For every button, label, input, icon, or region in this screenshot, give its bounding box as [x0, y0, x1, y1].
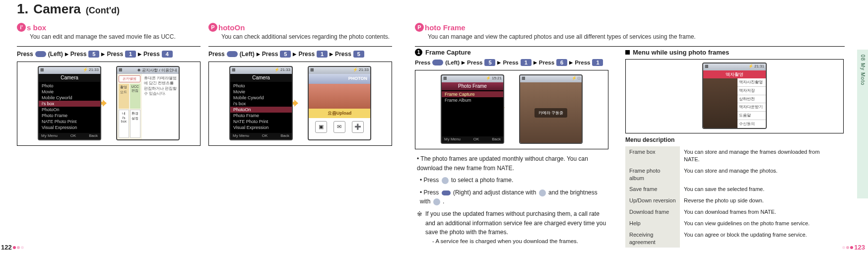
tile-button[interactable]: 내 i's box [119, 110, 129, 138]
note-text: . [443, 198, 444, 205]
list-item[interactable]: Movie [39, 89, 100, 95]
arrow-icon: ▶ [534, 60, 537, 65]
phone-screen-camera-preview: ▩ ⚡ □ 카메라 구동중 [519, 74, 583, 144]
list-item[interactable]: Visual Expression [230, 125, 292, 130]
note-text: A service fee is charged when you downlo… [435, 238, 578, 244]
subsection-frame-capture: 1 Frame Capture Press (Left) ▶ Press 5 ▶… [415, 49, 608, 252]
phone-screen-frame-menu: ▩ ⚡ 21:31 액자촬영 액자사진촬영 액자저장 상하반전 액자다운받기 도… [702, 63, 767, 129]
softkey-right[interactable]: Back [89, 133, 98, 139]
softkey-left[interactable]: My Menu [444, 137, 461, 142]
photon-action-button[interactable]: ▣ [315, 121, 327, 133]
list-item[interactable]: Frame Album [442, 97, 503, 103]
frame-menu-title: Menu while using photo frames [633, 49, 729, 56]
press-word: Press [143, 51, 160, 58]
phone-title: Camera [230, 74, 292, 82]
badge-letter-p: P [415, 23, 424, 32]
list-item[interactable]: Photo Frame [39, 113, 100, 119]
tile-button[interactable]: 촬영모드 [119, 84, 129, 109]
photon-action-button[interactable]: ➕ [352, 121, 364, 133]
list-item[interactable]: PhotoOn [39, 107, 100, 113]
press-word: Press [467, 60, 482, 65]
upload-button[interactable]: 요즘Upload [309, 109, 370, 118]
list-item[interactable]: 액자다운받기 [737, 103, 766, 112]
list-item[interactable]: i's box [230, 101, 292, 107]
list-item[interactable]: 액자사진촬영 [737, 78, 766, 87]
softkey-ok[interactable]: OK [473, 137, 479, 142]
menu-description-table: Frame boxYou can store and manage the fr… [625, 146, 839, 248]
phone-title: 액자촬영 [703, 70, 766, 78]
frame-menu-screenshot-frame: ▩ ⚡ 21:31 액자촬영 액자사진촬영 액자저장 상하반전 액자다운받기 도… [625, 59, 844, 133]
arrow-icon: ▶ [462, 60, 465, 65]
list-item[interactable]: Photo [230, 83, 292, 89]
photoon-screenshot-frame: ▩ ⚡ 21:33 Camera Photo Movie Mobile Cywo… [208, 62, 392, 146]
arrow-icon: ▶ [293, 52, 296, 57]
list-item[interactable]: Mobile Cyworld [39, 95, 100, 101]
list-item[interactable]: Visual Expression [39, 125, 100, 130]
status-right: ⚡ 21:33 [274, 67, 290, 73]
list-item-selected[interactable]: i's box [39, 101, 100, 107]
isbox-heading-text: s box [27, 23, 46, 32]
softkey-right[interactable]: Back [280, 133, 289, 139]
key-5: 5 [280, 51, 291, 58]
list-item[interactable]: Movie [230, 89, 292, 95]
nav-lr-icon [539, 190, 546, 196]
list-item[interactable]: Photo Frame [230, 113, 292, 119]
section-isbox: i' s box You can edit and manage the sav… [17, 23, 200, 146]
menudesc-key: Download frame [625, 206, 680, 218]
key-blank-icon [432, 60, 443, 65]
list-item[interactable]: 도움말 [737, 112, 766, 120]
arrow-icon: ▶ [330, 52, 333, 57]
list-item[interactable]: 상하반전 [737, 95, 766, 104]
page-number-text: 123 [854, 244, 865, 251]
list-item[interactable]: 수신동의 [737, 120, 766, 128]
table-row: Up/Down reversionReverse the photo up si… [625, 195, 839, 206]
subsection-frame-menu: Menu while using photo frames ▩ ⚡ 21:31 … [625, 49, 844, 248]
page-number-right: 123 [842, 244, 865, 251]
note-text: If you use the updated frames without pu… [425, 210, 606, 236]
menudesc-key: Save frame [625, 184, 680, 195]
list-item[interactable]: NATE Photo Print [39, 119, 100, 125]
press-word: Press [70, 51, 87, 58]
menudesc-val: You can store and manage the frames down… [680, 146, 839, 165]
softkey-ok[interactable]: OK [70, 133, 76, 139]
list-item[interactable]: Photo [39, 83, 100, 89]
softkey-ok[interactable]: OK [262, 133, 268, 139]
status-right: ⚡ 21:31 [748, 64, 764, 70]
list-item-selected[interactable]: PhotoOn [230, 107, 292, 113]
table-row: Receiving agreementYou can agree or bloc… [625, 229, 839, 248]
list-item[interactable]: NATE Photo Print [230, 119, 292, 125]
press-word: (Left) [445, 60, 460, 65]
table-row: Download frameYou can download frames fr… [625, 206, 839, 218]
table-row: Save frameYou can save the selected fram… [625, 184, 839, 195]
arrow-icon: ▶ [497, 60, 501, 65]
tile-button[interactable]: 환경설정 [130, 110, 140, 138]
menudesc-key: Frame box [625, 146, 680, 165]
frame-capture-title: Frame Capture [425, 49, 471, 56]
photoframe-heading: P hoto Frame [415, 23, 847, 32]
reference-mark-icon: ※ [417, 209, 422, 249]
press-word: Press [503, 60, 518, 65]
key-6: 6 [556, 59, 567, 66]
list-item-selected[interactable]: Frame Capture [442, 91, 503, 97]
note-text: The photo frames are updated monthly wit… [417, 155, 588, 172]
status-right: ◈ 공지사항 / 이용안내 [137, 67, 177, 73]
section-photoframe: P hoto Frame You can manage and view the… [415, 23, 847, 51]
rule [17, 46, 200, 47]
photon-action-button[interactable]: ✉ [334, 121, 345, 133]
softkey-right[interactable]: Back [492, 137, 501, 142]
tile-button[interactable]: UCC편집 [130, 84, 140, 109]
page-number-text: 122 [1, 244, 12, 251]
softkey-left[interactable]: My Menu [233, 133, 249, 139]
key-5: 5 [484, 59, 495, 66]
nav-ud-icon [433, 198, 440, 205]
status-left: ▩ [522, 76, 526, 82]
phone-statusbar: ▩ ⚡ 21:31 [703, 63, 766, 70]
brand-label: 폰카앨범 [119, 75, 140, 82]
list-item[interactable]: 액자저장 [737, 87, 766, 95]
softkey-left[interactable]: My Menu [41, 133, 58, 139]
list-item[interactable]: Mobile Cyworld [230, 95, 292, 101]
phone-screen-photoframe-menu: ▩ ⚡ 15:21 Photo Frame Frame Capture Fram… [441, 74, 504, 144]
square-bullet-icon [625, 50, 630, 55]
dot-icon [850, 246, 853, 249]
arrow-icon: ▶ [65, 52, 68, 57]
